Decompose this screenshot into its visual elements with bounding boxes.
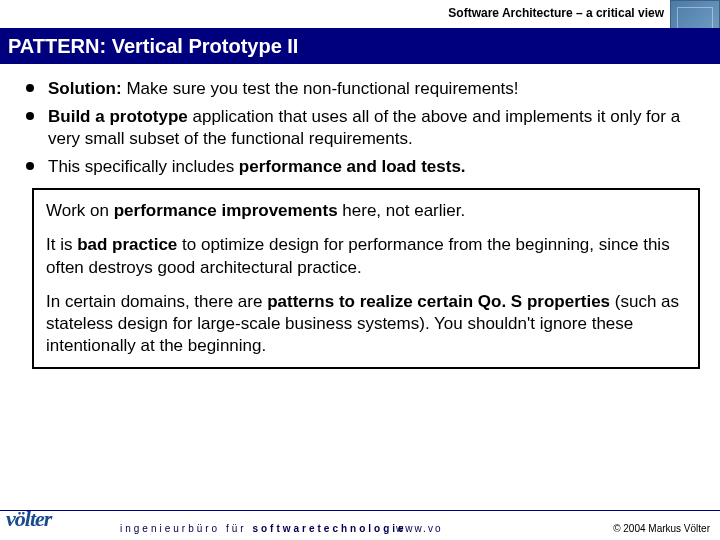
bullet-item: Solution: Make sure you test the non-fun… [20,78,700,100]
callout-box: Work on performance improvements here, n… [32,188,700,369]
footer: völter ingenieurbüro für softwaretechnol… [0,510,720,540]
slide-body: Solution: Make sure you test the non-fun… [20,70,700,492]
bullet-text: Make sure you test the non-functional re… [122,79,519,98]
title-bar: PATTERN: Vertical Prototype II [0,28,720,64]
box-paragraph: Work on performance improvements here, n… [46,200,686,222]
bullet-lead: Solution: [48,79,122,98]
bullet-bold: performance and load tests. [239,157,466,176]
bullet-lead: Build a prototype [48,107,188,126]
footer-tagline: ingenieurbüro für softwaretechnologie [120,523,407,534]
bullet-item: This specifically includes performance a… [20,156,700,178]
box-paragraph: It is bad practice to optimize design fo… [46,234,686,278]
bullet-item: Build a prototype application that uses … [20,106,700,150]
slide-subtitle: Software Architecture – a critical view [448,6,664,20]
logo: völter [6,506,51,532]
bullet-list: Solution: Make sure you test the non-fun… [20,78,700,178]
footer-copyright: © 2004 Markus Völter [613,523,710,534]
top-band: Software Architecture – a critical view [0,0,720,28]
bullet-text: This specifically includes [48,157,239,176]
box-paragraph: In certain domains, there are patterns t… [46,291,686,357]
slide-title: PATTERN: Vertical Prototype II [8,35,298,58]
footer-url: www.vo [396,523,442,534]
slide: Software Architecture – a critical view … [0,0,720,540]
